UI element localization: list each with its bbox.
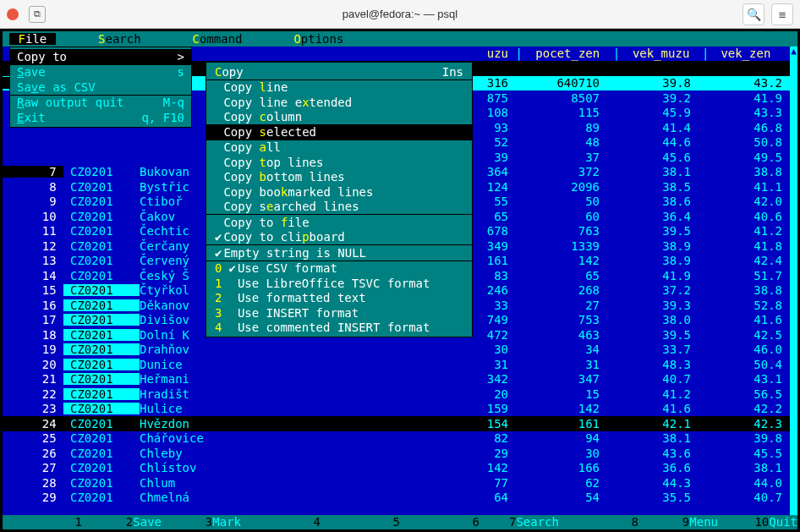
copy-submenu: CopyIns Copy line Copy line extended Cop…	[205, 62, 473, 337]
close-icon[interactable]	[7, 8, 19, 20]
menu-ommand[interactable]: Command	[184, 33, 251, 45]
col-header-muzu: uzu	[417, 47, 508, 59]
copy-menu-item[interactable]: Copy column	[206, 110, 472, 125]
copy-menu-item[interactable]: Copy to file	[206, 215, 472, 230]
copy-menu-format[interactable]: 2 Use formatted text	[206, 291, 472, 306]
footer: 12Save3Mark4567Search89Menu10Quit	[3, 515, 797, 530]
menu-item-save[interactable]: Saves	[10, 65, 191, 80]
scrollbar[interactable]: ▲	[790, 47, 797, 515]
footer-key-5[interactable]: 5	[321, 516, 400, 528]
search-icon[interactable]: 🔍	[742, 3, 764, 25]
footer-key-8[interactable]: 8	[559, 516, 638, 528]
copy-menu-item[interactable]: Copy bottom lines	[206, 170, 472, 185]
footer-key-6[interactable]: 6	[400, 516, 479, 528]
copy-menu-format[interactable]: 4 Use commented INSERT format	[206, 321, 472, 336]
footer-key-7[interactable]: 7Search	[479, 516, 559, 528]
table-row[interactable]: 29 CZ0201 Chmelná 64 54 35.5 40.7	[3, 491, 797, 506]
col-header-vek-zen: vek_zen	[716, 47, 775, 59]
copy-menu-item[interactable]: Copy searched lines	[206, 200, 472, 215]
table-row[interactable]: 21 CZ0201 Heřmani 342 347 40.7 43.1	[3, 372, 797, 387]
copy-menu-format[interactable]: 3 Use INSERT format	[206, 305, 472, 321]
copy-menu-item[interactable]: Copy all	[206, 140, 472, 156]
menu-item-raw-quit[interactable]: Raw output quitM-q	[10, 96, 191, 111]
copy-menu-format[interactable]: 0✔Use CSV format	[206, 261, 472, 277]
copy-menu-format[interactable]: 1 Use LibreOffice TSVC format	[206, 276, 472, 291]
table-row[interactable]: 20 CZ0201 Dunice 31 31 48.3 50.4	[3, 357, 797, 372]
menu-item-copy-to[interactable]: Copy to>	[10, 49, 191, 64]
menu-earch[interactable]: Search	[90, 33, 150, 45]
col-header-vek-muzu: vek_muzu	[627, 47, 695, 59]
table-row[interactable]: 22 CZ0201 Hradišt 20 15 41.2 56.5	[3, 387, 797, 402]
table-row[interactable]: 26 CZ0201 Chleby 29 30 43.6 45.5	[3, 446, 797, 461]
table-row[interactable]: 27 CZ0201 Chlístov 142 166 36.6 38.1	[3, 461, 797, 476]
copy-menu-item[interactable]: ✔Copy to clipboard	[206, 230, 472, 245]
menu-item-exit[interactable]: Exitq, F10	[10, 110, 191, 125]
footer-key-3[interactable]: 3Mark	[162, 516, 241, 528]
footer-key-9[interactable]: 9Menu	[638, 516, 718, 528]
footer-key-10[interactable]: 10Quit	[718, 516, 797, 528]
copy-menu-item[interactable]: Copy line extended	[206, 95, 472, 110]
table-row[interactable]: 25 CZ0201 Chářovice 82 94 38.1 39.8	[3, 431, 797, 447]
footer-key-1[interactable]: 1	[3, 516, 82, 528]
table-row[interactable]: 28 CZ0201 Chlum 77 62 44.3 44.0	[3, 475, 797, 491]
menu-ptions[interactable]: Options	[285, 33, 353, 45]
table-row[interactable]: 23 CZ0201 Hulice 159 142 41.6 42.2	[3, 402, 797, 417]
terminal-area: File Search Command Options uzu | pocet_…	[0, 29, 800, 532]
menu-item-save-csv[interactable]: Save as CSV	[10, 80, 191, 95]
file-menu: Copy to> Saves Save as CSV Raw output qu…	[9, 47, 192, 128]
footer-key-4[interactable]: 4	[241, 516, 321, 528]
table-row[interactable]: 19 CZ0201 Drahňov 30 34 33.7 46.0	[3, 343, 797, 358]
hamburger-icon[interactable]: ≡	[771, 3, 793, 25]
window-title: pavel@fedora:~ — psql	[0, 8, 800, 20]
scroll-up-icon[interactable]: ▲	[790, 47, 797, 56]
copy-menu-item[interactable]: ✔Empty string is NULL	[206, 245, 472, 261]
copy-menu-item[interactable]: Copy top lines	[206, 155, 472, 170]
copy-menu-item[interactable]: Copy selected	[206, 124, 472, 140]
copy-menu-item[interactable]: Copy line	[206, 80, 472, 96]
window-titlebar: ⧉ pavel@fedora:~ — psql 🔍 ≡	[0, 0, 800, 29]
copy-menu-title[interactable]: CopyIns	[206, 64, 472, 80]
copy-menu-item[interactable]: Copy bookmarked lines	[206, 184, 472, 200]
menu-ile[interactable]: File	[9, 33, 56, 45]
menubar[interactable]: File Search Command Options	[3, 31, 797, 47]
table-row[interactable]: 24 CZ0201 Hvězdon 154 161 42.1 42.3	[3, 416, 797, 431]
footer-key-2[interactable]: 2Save	[82, 516, 162, 528]
col-header-pocet-zen: pocet_zen	[529, 47, 605, 59]
new-tab-icon[interactable]: ⧉	[29, 6, 46, 23]
